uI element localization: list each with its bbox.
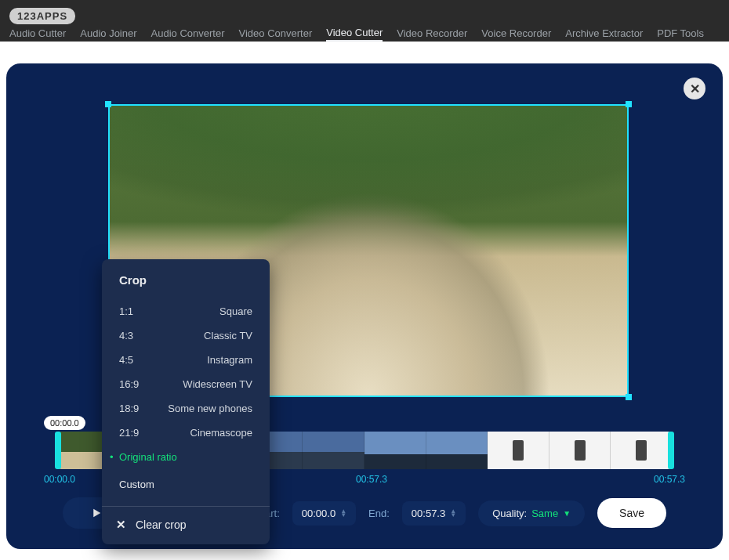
start-time-value: 00:00.0 [302, 508, 335, 519]
crop-handle-tl[interactable] [105, 101, 111, 107]
timeline-thumb [611, 432, 673, 469]
start-time-input[interactable]: 00:00.0 ▲▼ [292, 501, 356, 526]
ratio-label: Instagram [207, 354, 252, 366]
ratio-18-9[interactable]: 18:9Some new phones [119, 396, 252, 421]
close-icon: ✕ [690, 81, 700, 96]
nav-audio-converter[interactable]: Audio Converter [151, 26, 225, 41]
ratio-label: Widescreen TV [183, 378, 252, 390]
ratio-value: 4:3 [119, 330, 133, 341]
ratio-custom[interactable]: Custom [102, 469, 270, 500]
trim-handle-right[interactable] [668, 432, 674, 469]
quality-label: Quality: [492, 508, 527, 519]
timeline-thumb [549, 432, 611, 469]
chevron-down-icon: ▼ [563, 509, 571, 518]
ratio-label: Cinemascope [190, 427, 253, 439]
close-button[interactable]: ✕ [684, 78, 705, 99]
ruler-mid: 00:57.3 [356, 474, 387, 485]
nav-voice-recorder[interactable]: Voice Recorder [481, 26, 551, 41]
ratio-16-9[interactable]: 16:9Widescreen TV [119, 372, 252, 396]
ratio-label: Some new phones [168, 403, 252, 414]
end-label: End: [368, 508, 390, 519]
timeline-thumb [426, 432, 488, 469]
timeline-thumb [303, 432, 364, 469]
nav-pdf-tools[interactable]: PDF Tools [657, 26, 704, 41]
ratio-4-3[interactable]: 4:3Classic TV [119, 323, 252, 348]
ratio-4-5[interactable]: 4:5Instagram [119, 348, 252, 372]
ratio-value: 21:9 [119, 427, 139, 439]
nav-video-cutter[interactable]: Video Cutter [326, 25, 383, 42]
ratio-value: 4:5 [119, 354, 133, 366]
quality-dropdown[interactable]: Quality: Same ▼ [478, 500, 585, 526]
crop-handle-tr[interactable] [626, 101, 632, 107]
end-time-value: 00:57.3 [412, 508, 445, 519]
trim-handle-left[interactable] [55, 432, 61, 469]
crop-handle-br[interactable] [626, 394, 632, 400]
nav-audio-cutter[interactable]: Audio Cutter [9, 26, 66, 41]
nav-audio-joiner[interactable]: Audio Joiner [80, 26, 136, 41]
top-nav: 123APPS Audio Cutter Audio Joiner Audio … [0, 0, 729, 42]
logo: 123APPS [9, 8, 75, 24]
ruler-end: 00:57.3 [654, 474, 685, 485]
crop-popover-title: Crop [102, 259, 270, 299]
ratio-label: Original ratio [119, 451, 177, 463]
stepper-icon[interactable]: ▲▼ [450, 509, 456, 517]
ratio-value: 18:9 [119, 403, 139, 414]
ratio-label: Classic TV [204, 330, 252, 341]
clear-crop-button[interactable]: ✕ Clear crop [102, 507, 270, 543]
ratio-1-1[interactable]: 1:1Square [119, 299, 252, 323]
end-time-input[interactable]: 00:57.3 ▲▼ [402, 501, 466, 526]
nav-archive-extractor[interactable]: Archive Extractor [565, 26, 643, 41]
timeline-thumb [364, 432, 426, 469]
ruler-start: 00:00.0 [44, 474, 75, 485]
save-button[interactable]: Save [597, 498, 666, 528]
nav-list: Audio Cutter Audio Joiner Audio Converte… [9, 25, 704, 42]
editor-panel: ✕ Crop 1:1Square 4:3Classic TV 4:5Instag… [6, 63, 723, 549]
ratio-value: 1:1 [119, 305, 133, 317]
clear-crop-label: Clear crop [136, 518, 187, 531]
ratio-list: 1:1Square 4:3Classic TV 4:5Instagram 16:… [102, 299, 270, 469]
close-icon: ✕ [116, 518, 126, 532]
quality-value: Same [531, 508, 558, 519]
stepper-icon[interactable]: ▲▼ [340, 509, 346, 517]
nav-video-converter[interactable]: Video Converter [239, 26, 313, 41]
ratio-value: 16:9 [119, 378, 139, 390]
nav-video-recorder[interactable]: Video Recorder [397, 26, 467, 41]
playhead-time-pill: 00:00.0 [44, 416, 85, 430]
crop-popover: Crop 1:1Square 4:3Classic TV 4:5Instagra… [102, 259, 270, 544]
ratio-label: Square [219, 305, 252, 317]
ratio-21-9[interactable]: 21:9Cinemascope [119, 421, 252, 445]
ratio-original[interactable]: Original ratio [119, 445, 252, 469]
timeline-thumb [488, 432, 549, 469]
